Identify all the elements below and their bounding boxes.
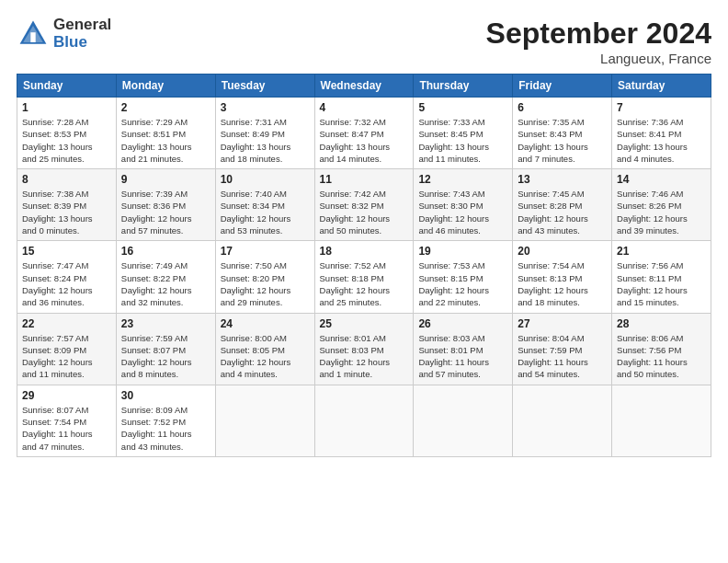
calendar-cell: 26Sunrise: 8:03 AMSunset: 8:01 PMDayligh… [414,313,513,385]
day-number: 29 [22,389,111,402]
col-sunday: Sunday [17,75,117,98]
calendar-cell: 12Sunrise: 7:43 AMSunset: 8:30 PMDayligh… [414,169,513,241]
day-info: Sunrise: 7:59 AMSunset: 8:07 PMDaylight:… [121,332,210,381]
day-number: 22 [22,317,111,330]
logo-blue-text: Blue [53,34,111,52]
calendar-cell [314,385,414,456]
calendar-week-5: 29Sunrise: 8:07 AMSunset: 7:54 PMDayligh… [17,385,711,456]
day-info: Sunrise: 7:35 AMSunset: 8:43 PMDaylight:… [518,116,607,165]
day-info: Sunrise: 7:49 AMSunset: 8:22 PMDaylight:… [121,259,210,308]
calendar-cell: 13Sunrise: 7:45 AMSunset: 8:28 PMDayligh… [513,169,612,241]
day-number: 18 [320,245,409,258]
day-number: 17 [221,245,310,258]
calendar-cell: 8Sunrise: 7:38 AMSunset: 8:39 PMDaylight… [17,169,117,241]
col-thursday: Thursday [414,75,513,98]
day-info: Sunrise: 7:56 AMSunset: 8:11 PMDaylight:… [617,259,706,308]
day-info: Sunrise: 8:00 AMSunset: 8:05 PMDaylight:… [221,332,310,381]
calendar-cell: 17Sunrise: 7:50 AMSunset: 8:20 PMDayligh… [215,241,314,313]
calendar-cell: 16Sunrise: 7:49 AMSunset: 8:22 PMDayligh… [116,241,215,313]
day-number: 15 [22,245,111,258]
day-number: 25 [320,317,409,330]
day-number: 12 [418,173,507,186]
calendar-cell: 10Sunrise: 7:40 AMSunset: 8:34 PMDayligh… [215,169,314,241]
calendar-cell: 30Sunrise: 8:09 AMSunset: 7:52 PMDayligh… [116,385,215,456]
day-info: Sunrise: 7:38 AMSunset: 8:39 PMDaylight:… [22,188,111,236]
logo-icon [17,17,50,51]
calendar-cell: 15Sunrise: 7:47 AMSunset: 8:24 PMDayligh… [17,241,117,313]
day-number: 23 [121,317,210,330]
logo: General Blue [17,17,111,51]
day-info: Sunrise: 7:42 AMSunset: 8:32 PMDaylight:… [320,188,409,236]
day-number: 26 [418,317,507,330]
day-number: 11 [320,173,409,186]
calendar-cell [215,385,314,456]
col-wednesday: Wednesday [314,75,414,98]
col-tuesday: Tuesday [215,75,314,98]
day-info: Sunrise: 8:04 AMSunset: 7:59 PMDaylight:… [518,332,607,381]
calendar-cell: 11Sunrise: 7:42 AMSunset: 8:32 PMDayligh… [314,169,414,241]
month-title: September 2024 [486,17,711,51]
calendar-cell: 14Sunrise: 7:46 AMSunset: 8:26 PMDayligh… [612,169,711,241]
day-number: 1 [22,101,111,114]
day-number: 16 [121,245,210,258]
calendar-week-2: 8Sunrise: 7:38 AMSunset: 8:39 PMDaylight… [17,169,711,241]
calendar-cell [612,385,711,456]
day-info: Sunrise: 7:40 AMSunset: 8:34 PMDaylight:… [221,188,310,236]
calendar-cell [513,385,612,456]
calendar-week-1: 1Sunrise: 7:28 AMSunset: 8:53 PMDaylight… [17,98,711,169]
day-number: 30 [121,389,210,402]
day-info: Sunrise: 7:45 AMSunset: 8:28 PMDaylight:… [518,188,607,236]
col-monday: Monday [116,75,215,98]
calendar-cell: 23Sunrise: 7:59 AMSunset: 8:07 PMDayligh… [116,313,215,385]
logo-general-text: General [53,17,111,34]
day-info: Sunrise: 7:43 AMSunset: 8:30 PMDaylight:… [418,188,507,236]
day-info: Sunrise: 7:29 AMSunset: 8:51 PMDaylight:… [121,116,210,165]
calendar-cell: 7Sunrise: 7:36 AMSunset: 8:41 PMDaylight… [612,98,711,169]
calendar-cell: 24Sunrise: 8:00 AMSunset: 8:05 PMDayligh… [215,313,314,385]
calendar-table: Sunday Monday Tuesday Wednesday Thursday… [17,74,711,457]
day-info: Sunrise: 7:47 AMSunset: 8:24 PMDaylight:… [22,259,111,308]
day-number: 19 [418,245,507,258]
day-number: 9 [121,173,210,186]
day-number: 24 [221,317,310,330]
page: General Blue September 2024 Langueux, Fr… [0,0,728,563]
calendar-cell: 22Sunrise: 7:57 AMSunset: 8:09 PMDayligh… [17,313,117,385]
day-number: 20 [518,245,607,258]
logo-text: General Blue [53,17,111,51]
day-info: Sunrise: 7:28 AMSunset: 8:53 PMDaylight:… [22,116,111,165]
day-info: Sunrise: 7:36 AMSunset: 8:41 PMDaylight:… [617,116,706,165]
day-info: Sunrise: 8:09 AMSunset: 7:52 PMDaylight:… [121,404,210,453]
svg-rect-2 [30,32,35,42]
day-info: Sunrise: 8:07 AMSunset: 7:54 PMDaylight:… [22,404,111,453]
day-number: 6 [518,101,607,114]
day-number: 10 [221,173,310,186]
day-number: 5 [418,101,507,114]
day-info: Sunrise: 7:31 AMSunset: 8:49 PMDaylight:… [221,116,310,165]
day-number: 27 [518,317,607,330]
calendar-cell [414,385,513,456]
day-number: 13 [518,173,607,186]
calendar-week-3: 15Sunrise: 7:47 AMSunset: 8:24 PMDayligh… [17,241,711,313]
day-info: Sunrise: 7:33 AMSunset: 8:45 PMDaylight:… [418,116,507,165]
calendar-cell: 3Sunrise: 7:31 AMSunset: 8:49 PMDaylight… [215,98,314,169]
header: General Blue September 2024 Langueux, Fr… [17,17,711,66]
title-block: September 2024 Langueux, France [486,17,711,66]
header-row: Sunday Monday Tuesday Wednesday Thursday… [17,75,711,98]
day-number: 2 [121,101,210,114]
day-info: Sunrise: 7:54 AMSunset: 8:13 PMDaylight:… [518,259,607,308]
calendar-cell: 9Sunrise: 7:39 AMSunset: 8:36 PMDaylight… [116,169,215,241]
calendar-body: 1Sunrise: 7:28 AMSunset: 8:53 PMDaylight… [17,98,711,457]
calendar-cell: 4Sunrise: 7:32 AMSunset: 8:47 PMDaylight… [314,98,414,169]
day-info: Sunrise: 7:32 AMSunset: 8:47 PMDaylight:… [320,116,409,165]
calendar-week-4: 22Sunrise: 7:57 AMSunset: 8:09 PMDayligh… [17,313,711,385]
day-number: 3 [221,101,310,114]
calendar-cell: 29Sunrise: 8:07 AMSunset: 7:54 PMDayligh… [17,385,117,456]
calendar-cell: 5Sunrise: 7:33 AMSunset: 8:45 PMDaylight… [414,98,513,169]
day-info: Sunrise: 8:06 AMSunset: 7:56 PMDaylight:… [617,332,706,381]
calendar-cell: 27Sunrise: 8:04 AMSunset: 7:59 PMDayligh… [513,313,612,385]
day-number: 7 [617,101,706,114]
calendar-cell: 19Sunrise: 7:53 AMSunset: 8:15 PMDayligh… [414,241,513,313]
day-info: Sunrise: 8:01 AMSunset: 8:03 PMDaylight:… [320,332,409,381]
day-number: 4 [320,101,409,114]
day-number: 28 [617,317,706,330]
